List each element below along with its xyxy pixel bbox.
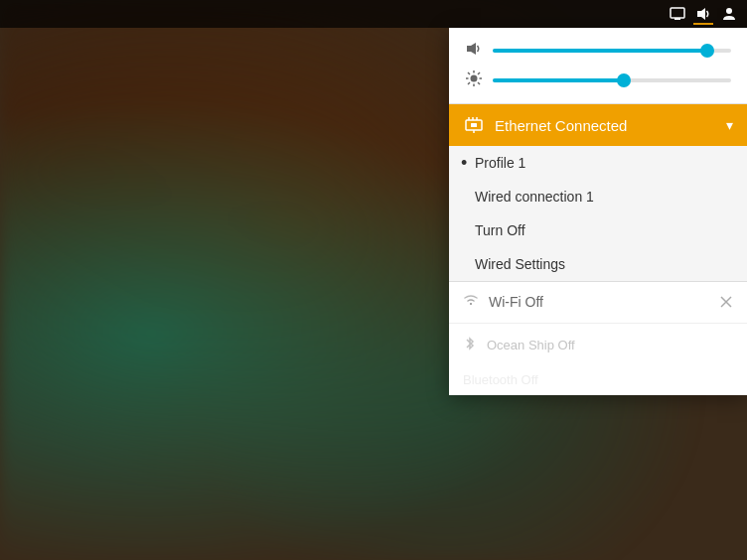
brightness-thumb[interactable]: [617, 73, 631, 87]
svg-line-12: [478, 72, 480, 74]
brightness-track[interactable]: [493, 78, 731, 82]
wired-connection-label: Wired connection 1: [475, 189, 594, 205]
wired-settings-item[interactable]: Wired Settings: [449, 247, 747, 281]
volume-topbar-icon[interactable]: [693, 4, 713, 24]
wifi-toggle[interactable]: [719, 295, 733, 309]
system-panel: Ethernet Connected ▾ Profile 1 Wired con…: [449, 28, 747, 395]
bluetooth-row[interactable]: Ocean Ship Off: [449, 326, 747, 364]
svg-point-5: [471, 75, 478, 82]
svg-line-11: [478, 82, 480, 84]
svg-rect-0: [671, 8, 684, 18]
top-bar: [0, 0, 747, 28]
bluetooth-icon: [463, 336, 477, 354]
svg-rect-1: [674, 18, 680, 20]
brightness-fill: [493, 78, 624, 82]
volume-thumb[interactable]: [700, 44, 714, 58]
wifi-row[interactable]: Wi-Fi Off: [449, 282, 747, 321]
bluetooth-sublabel: Bluetooth Off: [449, 364, 747, 395]
volume-track[interactable]: [493, 49, 731, 53]
svg-marker-2: [697, 8, 705, 20]
bluetooth-label: Ocean Ship Off: [487, 338, 733, 352]
profile-label: Profile 1: [475, 155, 525, 171]
volume-row: [465, 40, 731, 62]
svg-point-3: [726, 8, 732, 14]
volume-slider-icon: [465, 40, 483, 62]
screen-topbar-icon[interactable]: [668, 4, 687, 24]
svg-marker-4: [467, 43, 476, 55]
sliders-section: [449, 28, 747, 104]
ethernet-dropdown: Profile 1 Wired connection 1 Turn Off Wi…: [449, 146, 747, 282]
section-divider: [449, 323, 747, 324]
ethernet-dropdown-arrow: ▾: [726, 117, 733, 133]
bluetooth-section: Ocean Ship Off Bluetooth Off: [449, 323, 747, 395]
ethernet-header[interactable]: Ethernet Connected ▾: [449, 104, 747, 146]
user-topbar-icon[interactable]: [719, 4, 739, 24]
svg-line-10: [468, 72, 470, 74]
ethernet-icon: [463, 114, 485, 136]
ethernet-title: Ethernet Connected: [495, 117, 726, 134]
turn-off-label: Turn Off: [475, 222, 525, 238]
wired-settings-label: Wired Settings: [475, 256, 565, 272]
brightness-row: [465, 70, 731, 91]
svg-line-13: [468, 82, 470, 84]
wired-connection-item[interactable]: Wired connection 1: [449, 180, 747, 213]
wifi-label: Wi-Fi Off: [489, 294, 709, 310]
brightness-slider-icon: [465, 70, 483, 91]
svg-rect-19: [471, 123, 477, 127]
volume-fill: [493, 49, 707, 53]
profile-item[interactable]: Profile 1: [449, 146, 747, 180]
turn-off-item[interactable]: Turn Off: [449, 213, 747, 247]
wifi-icon: [463, 292, 479, 311]
wifi-section: Wi-Fi Off: [449, 282, 747, 321]
